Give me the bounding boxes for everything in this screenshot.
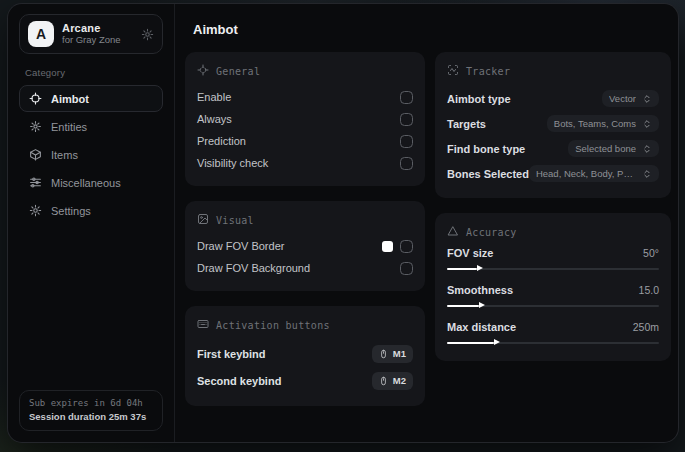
slider-fill[interactable] bbox=[447, 305, 479, 307]
app-name: Arcane bbox=[62, 22, 121, 35]
chevrons-up-down-icon bbox=[642, 94, 652, 104]
category-label: Category bbox=[25, 67, 157, 78]
keybind-button[interactable]: M2 bbox=[372, 372, 413, 390]
card-title: Accuracy bbox=[466, 227, 517, 238]
chevrons-up-down-icon bbox=[642, 169, 652, 179]
keyboard-icon bbox=[197, 318, 209, 332]
crosshair-icon bbox=[29, 92, 42, 105]
sidebar-item-label: Settings bbox=[51, 205, 91, 217]
gear-icon[interactable] bbox=[141, 28, 154, 41]
sidebar-item-label: Items bbox=[51, 149, 78, 161]
slider-value: 250m bbox=[633, 321, 659, 333]
visual-card: Visual Draw FOV Border bbox=[185, 201, 425, 291]
slider[interactable] bbox=[447, 264, 659, 273]
sidebar-item[interactable]: Items bbox=[19, 141, 163, 168]
select-row: Bones Selected Head, Neck, Body, Pe... bbox=[447, 161, 659, 186]
checkbox[interactable] bbox=[400, 157, 413, 170]
checkbox[interactable] bbox=[400, 91, 413, 104]
box-icon bbox=[29, 148, 42, 161]
keybind-label: Second keybind bbox=[197, 375, 281, 387]
toggle-row: Enable bbox=[197, 86, 413, 108]
select-value: Selected bone bbox=[575, 143, 636, 154]
slider-label: Smoothness bbox=[447, 284, 513, 296]
slider[interactable] bbox=[447, 301, 659, 310]
chevrons-up-down-icon bbox=[642, 119, 652, 129]
activation-card: Activation buttons First keybind M1 bbox=[185, 306, 425, 406]
sidebar-item[interactable]: Miscellaneous bbox=[19, 169, 163, 196]
select-label: Targets bbox=[447, 118, 486, 130]
card-title: Activation buttons bbox=[216, 320, 330, 331]
subscription-info-box: Sub expires in 6d 04h Session duration 2… bbox=[19, 390, 163, 431]
slider-label: FOV size bbox=[447, 247, 493, 259]
general-card: General Enable Always bbox=[185, 52, 425, 186]
sidebar-item[interactable]: Entities bbox=[19, 113, 163, 140]
slider-row: Smoothness 15.0 bbox=[447, 284, 659, 310]
toggle-label: Draw FOV Background bbox=[197, 262, 310, 274]
sidebar: A Arcane for Gray Zone Category bbox=[8, 4, 175, 442]
chevrons-up-down-icon bbox=[642, 144, 652, 154]
select-label: Bones Selected bbox=[447, 168, 529, 180]
select-value: Bots, Teams, Coms bbox=[554, 118, 636, 129]
slider-row: Max distance 250m bbox=[447, 321, 659, 347]
checkbox[interactable] bbox=[400, 113, 413, 126]
checkbox[interactable] bbox=[400, 135, 413, 148]
toggle-row: Always bbox=[197, 108, 413, 130]
sidebar-item[interactable]: Aimbot bbox=[19, 85, 163, 112]
select-button[interactable]: Bots, Teams, Coms bbox=[547, 115, 659, 132]
toggle-row: Visibility check bbox=[197, 152, 413, 174]
select-value: Head, Neck, Body, Pe... bbox=[536, 168, 636, 179]
select-button[interactable]: Head, Neck, Body, Pe... bbox=[529, 165, 659, 182]
select-label: Aimbot type bbox=[447, 93, 511, 105]
slider-row: FOV size 50° bbox=[447, 247, 659, 273]
entities-icon bbox=[29, 120, 42, 133]
slider[interactable] bbox=[447, 338, 659, 347]
accuracy-card: Accuracy FOV size 50° bbox=[435, 213, 671, 361]
crosshair-icon bbox=[197, 64, 209, 78]
color-swatch[interactable] bbox=[382, 241, 393, 252]
toggle-label: Draw FOV Border bbox=[197, 240, 284, 252]
toggle-row: Draw FOV Border bbox=[197, 235, 413, 257]
triangle-icon bbox=[447, 225, 459, 239]
toggle-label: Enable bbox=[197, 91, 231, 103]
slider-value: 50° bbox=[643, 247, 659, 259]
select-row: Targets Bots, Teams, Coms bbox=[447, 111, 659, 136]
mouse-icon bbox=[379, 375, 388, 387]
checkbox[interactable] bbox=[400, 262, 413, 275]
toggle-label: Prediction bbox=[197, 135, 246, 147]
select-row: Aimbot type Vector bbox=[447, 86, 659, 111]
card-title: General bbox=[216, 66, 260, 77]
app-subtitle: for Gray Zone bbox=[62, 35, 121, 46]
toggle-label: Always bbox=[197, 113, 232, 125]
select-label: Find bone type bbox=[447, 143, 525, 155]
tracker-card: Tracker Aimbot type Vector bbox=[435, 52, 671, 198]
select-button[interactable]: Selected bone bbox=[568, 140, 659, 157]
brand-box: A Arcane for Gray Zone bbox=[19, 14, 163, 54]
keybind-button[interactable]: M1 bbox=[372, 345, 413, 363]
gear-icon bbox=[29, 204, 42, 217]
scan-icon bbox=[447, 64, 459, 78]
select-button[interactable]: Vector bbox=[602, 90, 659, 107]
toggle-label: Visibility check bbox=[197, 157, 268, 169]
card-title: Tracker bbox=[466, 66, 510, 77]
sidebar-nav: Aimbot Entities bbox=[19, 85, 163, 224]
session-duration-text: Session duration 25m 37s bbox=[29, 411, 153, 422]
sidebar-item-label: Entities bbox=[51, 121, 87, 133]
app-window: A Arcane for Gray Zone Category bbox=[8, 4, 678, 442]
image-icon bbox=[197, 213, 209, 227]
slider-fill[interactable] bbox=[447, 268, 477, 270]
keybind-label: First keybind bbox=[197, 348, 265, 360]
slider-label: Max distance bbox=[447, 321, 516, 333]
keybind-row: Second keybind M2 bbox=[197, 367, 413, 394]
mouse-icon bbox=[379, 348, 388, 360]
page-title: Aimbot bbox=[193, 22, 671, 37]
select-row: Find bone type Selected bone bbox=[447, 136, 659, 161]
sidebar-item-label: Aimbot bbox=[51, 93, 89, 105]
checkbox[interactable] bbox=[400, 240, 413, 253]
sidebar-item[interactable]: Settings bbox=[19, 197, 163, 224]
toggle-row: Draw FOV Background bbox=[197, 257, 413, 279]
sidebar-item-label: Miscellaneous bbox=[51, 177, 121, 189]
card-title: Visual bbox=[216, 215, 254, 226]
keybind-row: First keybind M1 bbox=[197, 340, 413, 367]
app-logo: A bbox=[28, 21, 54, 47]
slider-fill[interactable] bbox=[447, 342, 494, 344]
